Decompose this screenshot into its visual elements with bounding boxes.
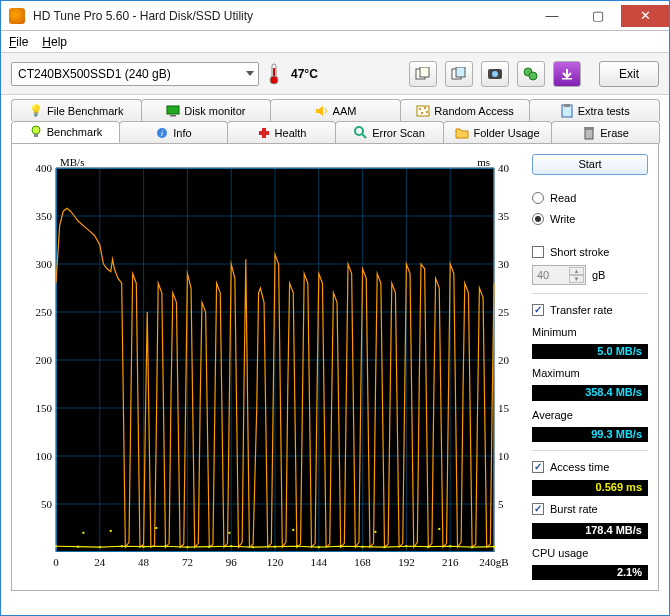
spinner[interactable]: ▲▼ [569, 267, 584, 283]
average-value: 99.3 MB/s [532, 427, 648, 442]
burst-rate-row[interactable]: Burst rate [532, 502, 648, 517]
cpu-usage-label: CPU usage [532, 547, 648, 559]
clipboard-icon [560, 104, 574, 118]
short-stroke-row[interactable]: Short stroke [532, 244, 648, 259]
bulb-icon: 💡 [29, 104, 43, 118]
magnifier-icon [354, 126, 368, 140]
svg-rect-20 [564, 104, 570, 107]
access-time-value: 0.569 ms [532, 480, 648, 495]
short-stroke-input-row: 40 ▲▼ gB [532, 265, 648, 285]
svg-rect-12 [167, 106, 179, 114]
thermometer-icon [267, 63, 283, 85]
svg-point-27 [355, 127, 363, 135]
checkbox-short-stroke[interactable] [532, 246, 544, 258]
tab-erase[interactable]: Erase [551, 121, 660, 143]
burst-rate-value: 178.4 MB/s [532, 523, 648, 538]
maximum-label: Maximum [532, 367, 648, 379]
maximize-button[interactable]: ▢ [575, 5, 621, 27]
spinner-up-icon[interactable]: ▲ [569, 267, 584, 275]
svg-rect-13 [170, 115, 176, 117]
spinner-down-icon[interactable]: ▼ [569, 275, 584, 283]
benchmark-chart [22, 154, 522, 574]
tab-health[interactable]: Health [227, 121, 336, 143]
save-log-button[interactable] [553, 61, 581, 87]
short-stroke-input[interactable]: 40 ▲▼ [532, 265, 586, 285]
chevron-down-icon [246, 71, 254, 76]
access-time-row[interactable]: Access time [532, 459, 648, 474]
menu-file[interactable]: File [9, 35, 28, 49]
short-stroke-unit: gB [592, 269, 605, 281]
svg-point-21 [32, 126, 40, 134]
tab-folder-usage[interactable]: Folder Usage [443, 121, 552, 143]
svg-rect-30 [584, 127, 594, 129]
radio-read-label: Read [550, 192, 576, 204]
checkbox-transfer-rate[interactable] [532, 304, 544, 316]
start-button[interactable]: Start [532, 154, 648, 175]
options-button[interactable] [517, 61, 545, 87]
svg-rect-4 [420, 67, 429, 77]
tab-file-benchmark[interactable]: 💡File Benchmark [11, 99, 142, 121]
tab-benchmark[interactable]: Benchmark [11, 121, 120, 143]
svg-rect-6 [456, 67, 465, 77]
access-time-label: Access time [550, 461, 609, 473]
health-icon [257, 126, 271, 140]
tab-info[interactable]: iInfo [119, 121, 228, 143]
svg-rect-22 [34, 134, 38, 137]
minimize-button[interactable]: — [529, 5, 575, 27]
toolbar: CT240BX500SSD1 (240 gB) 47°C Exit [1, 53, 669, 95]
average-label: Average [532, 409, 648, 421]
drive-select-value: CT240BX500SSD1 (240 gB) [18, 67, 171, 81]
svg-point-10 [529, 72, 537, 80]
radio-write-row[interactable]: Write [532, 211, 648, 226]
cpu-usage-value: 2.1% [532, 565, 648, 580]
minimum-value: 5.0 MB/s [532, 344, 648, 359]
menu-help[interactable]: Help [42, 35, 67, 49]
checkbox-access-time[interactable] [532, 461, 544, 473]
save-screenshot-button[interactable] [481, 61, 509, 87]
svg-point-8 [492, 71, 498, 77]
exit-button[interactable]: Exit [599, 61, 659, 87]
monitor-icon [166, 104, 180, 118]
tab-disk-monitor[interactable]: Disk monitor [141, 99, 272, 121]
burst-rate-label: Burst rate [550, 503, 598, 515]
speaker-icon [315, 104, 329, 118]
tab-aam[interactable]: AAM [270, 99, 401, 121]
tab-extra-tests[interactable]: Extra tests [529, 99, 660, 121]
transfer-rate-label: Transfer rate [550, 304, 613, 316]
random-icon [416, 104, 430, 118]
drive-select[interactable]: CT240BX500SSD1 (240 gB) [11, 62, 259, 86]
radio-read-row[interactable]: Read [532, 190, 648, 205]
titlebar: HD Tune Pro 5.60 - Hard Disk/SSD Utility… [1, 1, 669, 31]
tab-row-2: Benchmark iInfo Health Error Scan Folder… [11, 121, 659, 143]
svg-point-18 [426, 111, 428, 113]
trash-icon [582, 126, 596, 140]
svg-rect-29 [585, 129, 593, 139]
svg-rect-26 [259, 131, 269, 135]
svg-point-2 [270, 76, 278, 84]
window-buttons: — ▢ ✕ [529, 5, 669, 27]
close-button[interactable]: ✕ [621, 5, 669, 27]
svg-point-15 [419, 108, 421, 110]
tab-error-scan[interactable]: Error Scan [335, 121, 444, 143]
transfer-rate-row[interactable]: Transfer rate [532, 302, 648, 317]
tabs-area: 💡File Benchmark Disk monitor AAM Random … [1, 95, 669, 591]
tab-row-1: 💡File Benchmark Disk monitor AAM Random … [11, 99, 659, 121]
svg-rect-11 [562, 78, 572, 80]
window-title: HD Tune Pro 5.60 - Hard Disk/SSD Utility [33, 9, 529, 23]
short-stroke-label: Short stroke [550, 246, 609, 258]
maximum-value: 358.4 MB/s [532, 385, 648, 400]
checkbox-burst-rate[interactable] [532, 503, 544, 515]
temperature-value: 47°C [291, 67, 318, 81]
svg-point-17 [421, 112, 423, 114]
svg-line-28 [362, 134, 366, 138]
copy-screenshot-button[interactable] [445, 61, 473, 87]
folder-icon [455, 126, 469, 140]
radio-write[interactable] [532, 213, 544, 225]
minimum-label: Minimum [532, 326, 648, 338]
radio-write-label: Write [550, 213, 575, 225]
menubar: File Help [1, 31, 669, 53]
svg-rect-14 [417, 106, 429, 116]
tab-random-access[interactable]: Random Access [400, 99, 531, 121]
radio-read[interactable] [532, 192, 544, 204]
copy-info-button[interactable] [409, 61, 437, 87]
